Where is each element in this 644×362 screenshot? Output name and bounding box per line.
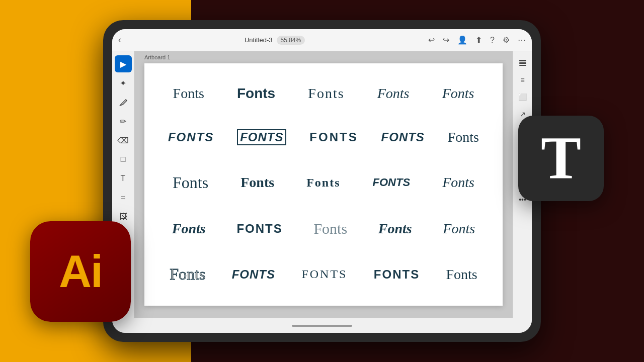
font-item: Fonts xyxy=(442,85,474,102)
font-item: FONTS xyxy=(374,267,420,282)
font-item: Fonts xyxy=(306,176,340,190)
more-icon[interactable]: ⋯ xyxy=(518,35,526,45)
assets-panel-button[interactable]: ⬜ xyxy=(515,89,530,105)
font-item: Fonts xyxy=(448,129,479,145)
svg-rect-0 xyxy=(519,60,526,61)
ai-logo-text: Ai xyxy=(59,249,102,294)
undo-icon[interactable]: ↩ xyxy=(428,35,435,45)
font-item: Fonts xyxy=(313,220,347,237)
type-tool[interactable]: T xyxy=(115,170,132,187)
top-bar-center: Untitled-3 55.84% xyxy=(245,36,305,45)
font-item: Fonts xyxy=(240,174,274,191)
account-icon[interactable]: 👤 xyxy=(457,35,467,45)
svg-rect-1 xyxy=(519,62,526,64)
ipad-frame: ‹ Untitled-3 55.84% ↩ ↪ 👤 ⬆ ? ⚙ ⋯ xyxy=(103,20,541,342)
font-item: FONTS xyxy=(232,267,275,282)
typography-icon: T xyxy=(518,116,604,201)
font-item: FONTS xyxy=(381,130,425,144)
artboard: Fonts Fonts Fonts Fonts Fonts FONTS FONT… xyxy=(144,63,503,306)
font-item: Fonts xyxy=(378,221,412,237)
font-item: Fonts xyxy=(172,221,206,237)
font-item: Fonts xyxy=(443,221,475,237)
t-letter: T xyxy=(541,124,581,193)
ipad-screen: ‹ Untitled-3 55.84% ↩ ↪ 👤 ⬆ ? ⚙ ⋯ xyxy=(112,29,532,333)
home-indicator xyxy=(292,325,352,327)
svg-rect-2 xyxy=(519,65,526,66)
share-icon[interactable]: ⬆ xyxy=(475,35,482,45)
eraser-tool[interactable]: ⌫ xyxy=(115,132,132,149)
font-item: FONTS xyxy=(237,129,286,145)
background-wrapper: Ai T ‹ Untitled-3 55.84% ↩ ↪ 👤 ⬆ xyxy=(0,0,644,362)
fonts-row-1: Fonts Fonts Fonts Fonts Fonts xyxy=(156,85,491,102)
font-item: FONTS xyxy=(236,222,282,236)
back-button[interactable]: ‹ xyxy=(118,35,121,45)
top-bar-icons: ↩ ↪ 👤 ⬆ ? ⚙ ⋯ xyxy=(428,35,526,45)
font-item: Fonts xyxy=(308,85,344,102)
top-bar-left: ‹ xyxy=(118,35,121,45)
font-item: FONTS xyxy=(373,176,411,189)
font-item: Fonts xyxy=(237,85,275,102)
select-tool[interactable]: ▶ xyxy=(115,55,132,72)
artboard-label: Artboard 1 xyxy=(144,54,170,60)
font-item: Fonts xyxy=(442,174,474,191)
ai-logo: Ai xyxy=(30,221,131,322)
document-title: Untitled-3 xyxy=(245,36,273,44)
pencil-tool[interactable]: ✏ xyxy=(115,113,132,130)
settings-icon[interactable]: ⚙ xyxy=(503,35,510,45)
font-item: Fonts xyxy=(173,173,208,192)
pen-tool[interactable] xyxy=(115,94,132,111)
properties-panel-button[interactable]: ≡ xyxy=(515,72,530,87)
top-bar: ‹ Untitled-3 55.84% ↩ ↪ 👤 ⬆ ? ⚙ ⋯ xyxy=(112,29,532,51)
font-item: Fonts xyxy=(173,85,204,102)
help-icon[interactable]: ? xyxy=(490,36,495,45)
fonts-row-4: Fonts FONTS Fonts Fonts Fonts xyxy=(156,220,491,237)
fonts-row-5: Fonts FONTS FONTS FONTS Fonts xyxy=(156,265,491,284)
zoom-level[interactable]: 55.84% xyxy=(277,36,305,45)
font-item: Fonts xyxy=(170,265,205,284)
font-item: FONTS xyxy=(168,130,214,144)
font-item: FONTS xyxy=(309,130,358,144)
canvas-area: Artboard 1 Fonts Fonts Fonts Fonts Fonts xyxy=(134,51,513,318)
transform-tool[interactable]: ⌗ xyxy=(115,189,132,206)
shape-tool[interactable]: □ xyxy=(115,151,132,168)
bottom-bar xyxy=(112,318,532,333)
font-item: Fonts xyxy=(446,266,477,283)
font-item: Fonts xyxy=(377,85,410,102)
redo-icon[interactable]: ↪ xyxy=(443,35,449,45)
layers-panel-button[interactable] xyxy=(515,55,530,70)
fonts-row-3: Fonts Fonts Fonts FONTS Fonts xyxy=(156,173,491,192)
font-item: FONTS xyxy=(301,267,347,281)
fonts-row-2: FONTS FONTS FONTS FONTS Fonts xyxy=(156,129,491,145)
content-area: ▶ ✦ ✏ ⌫ □ T ⌗ 🖼 Artboard 1 xyxy=(112,51,532,318)
magic-select-tool[interactable]: ✦ xyxy=(115,74,132,92)
